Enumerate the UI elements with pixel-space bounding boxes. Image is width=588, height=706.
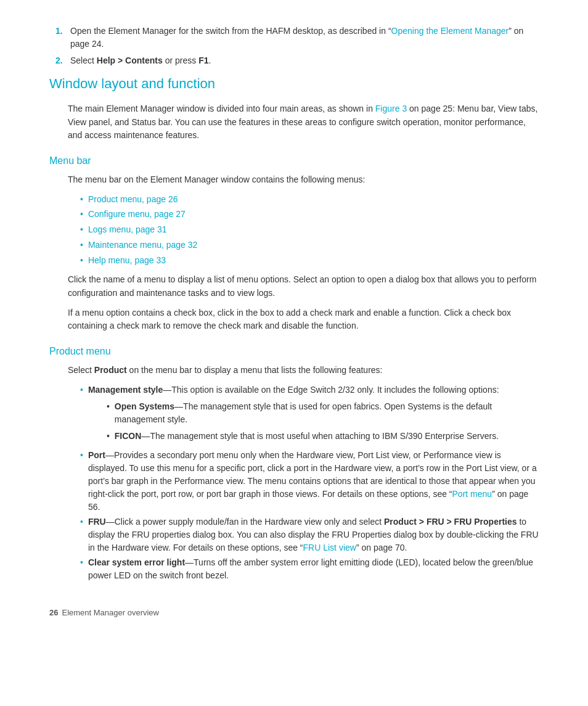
clear-error-bold: Clear system error light (88, 557, 185, 567)
page-footer: 26 Element Manager overview (49, 607, 539, 619)
fru-bold: FRU (88, 517, 106, 527)
list-item: FRU—Click a power supply module/fan in t… (80, 515, 539, 554)
figure3-link[interactable]: Figure 3 (375, 104, 407, 113)
item1-number: 1. (55, 25, 70, 51)
menu-bar-para1: Click the name of a menu to display a li… (68, 273, 539, 300)
fru-list-view-link[interactable]: FRU List view (303, 543, 356, 552)
item1-content: Open the Element Manager for the switch … (70, 25, 539, 51)
menu-bar-list: Product menu, page 26 Configure menu, pa… (80, 193, 539, 267)
clear-error-item: Clear system error light—Turns off the a… (88, 556, 539, 582)
open-systems-item: Open Systems—The management style that i… (115, 400, 539, 427)
product-menu-title: Product menu (49, 344, 539, 359)
maintenance-menu-link[interactable]: Maintenance menu, page 32 (88, 239, 197, 252)
configure-menu-link[interactable]: Configure menu, page 27 (88, 208, 186, 221)
management-style-bold: Management style (88, 385, 163, 395)
management-style-subitems: Open Systems—The management style that i… (107, 400, 539, 443)
list-item: Open Systems—The management style that i… (107, 400, 539, 427)
menu-bar-intro: The menu bar on the Element Manager wind… (68, 173, 539, 187)
product-intro-after: on the menu bar to display a menu that l… (127, 365, 383, 375)
list-item: Port—Provides a secondary port menu only… (80, 449, 539, 514)
management-style-item: Management style—This option is availabl… (88, 384, 539, 447)
opening-element-manager-link[interactable]: Opening the Element Manager (391, 26, 509, 36)
list-item: Configure menu, page 27 (80, 208, 539, 221)
item2-bold2: F1 (198, 55, 208, 65)
open-systems-bold: Open Systems (115, 401, 174, 411)
logs-menu-link[interactable]: Logs menu, page 31 (88, 223, 167, 236)
page-container: 1. Open the Element Manager for the swit… (0, 0, 588, 706)
list-item: Management style—This option is availabl… (80, 384, 539, 447)
item2-text2: or press (163, 55, 198, 65)
ficon-text: —The management style that is most usefu… (141, 431, 499, 441)
footer-page-number: 26 (49, 607, 58, 619)
fru-text3: ” on page 70. (356, 543, 407, 552)
section-intro-text: The main Element Manager window is divid… (68, 102, 539, 142)
list-item: Product menu, page 26 (80, 193, 539, 207)
item2-bold1: Help > Contents (97, 55, 163, 65)
section-intro-block: The main Element Manager window is divid… (49, 102, 539, 142)
product-intro-before: Select (68, 365, 94, 375)
list-item: Clear system error light—Turns off the a… (80, 556, 539, 582)
port-bold: Port (88, 450, 105, 460)
menu-bar-para2: If a menu option contains a check box, c… (68, 306, 539, 333)
menu-bar-title: Menu bar (49, 154, 539, 168)
intro-item-2: 2. Select Help > Contents or press F1. (49, 54, 539, 67)
list-item: Maintenance menu, page 32 (80, 239, 539, 252)
item1-text-before: Open the Element Manager for the switch … (70, 26, 391, 36)
fru-bold2: Product > FRU > FRU Properties (384, 517, 517, 527)
fru-text: —Click a power supply module/fan in the … (106, 517, 384, 527)
intro-list: 1. Open the Element Manager for the swit… (49, 25, 539, 67)
port-menu-link[interactable]: Port menu (452, 489, 492, 499)
list-item: Logs menu, page 31 (80, 223, 539, 237)
intro-item-1: 1. Open the Element Manager for the swit… (49, 25, 539, 51)
fru-item: FRU—Click a power supply module/fan in t… (88, 515, 539, 554)
item2-text3: . (208, 55, 211, 65)
list-item: Help menu, page 33 (80, 254, 539, 268)
item2-content: Select Help > Contents or press F1. (70, 54, 539, 67)
ficon-bold: FICON (115, 431, 142, 441)
product-menu-link[interactable]: Product menu, page 26 (88, 193, 178, 206)
section-intro-before: The main Element Manager window is divid… (68, 104, 375, 113)
item2-text: Select (70, 55, 97, 65)
list-item: FICON—The management style that is most … (107, 430, 539, 443)
product-menu-list: Management style—This option is availabl… (80, 384, 539, 582)
product-menu-intro: Select Product on the menu bar to displa… (68, 364, 539, 377)
port-item: Port—Provides a secondary port menu only… (88, 449, 539, 514)
section-title: Window layout and function (49, 73, 539, 94)
help-menu-link[interactable]: Help menu, page 33 (88, 254, 166, 267)
ficon-item: FICON—The management style that is most … (115, 430, 499, 443)
management-style-text: —This option is available on the Edge Sw… (163, 385, 499, 395)
product-menu-block: Select Product on the menu bar to displa… (49, 364, 539, 582)
menu-bar-block: The menu bar on the Element Manager wind… (49, 173, 539, 333)
footer-text: Element Manager overview (62, 607, 159, 619)
item2-number: 2. (55, 54, 70, 67)
product-intro-bold: Product (94, 365, 127, 375)
